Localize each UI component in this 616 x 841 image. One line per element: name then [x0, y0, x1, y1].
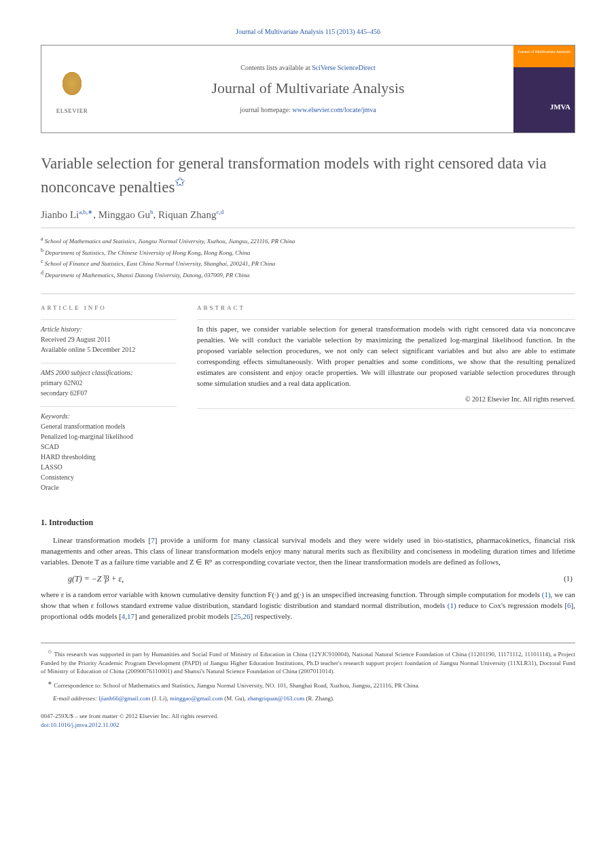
online-date: Available online 5 December 2012 [41, 344, 177, 355]
keyword-6: Consistency [41, 472, 177, 482]
article-info-heading: ARTICLE INFO [41, 304, 177, 312]
intro-p2-a: where ε is a random error variable with … [41, 590, 542, 598]
author-1-corr[interactable]: ∗ [88, 209, 93, 215]
affiliation-d: Department of Mathematics, Shanxi Datong… [45, 272, 249, 279]
issn-line: 0047-259X/$ – see front matter © 2012 El… [41, 712, 575, 721]
email-1-who: (J. Li), [150, 695, 170, 702]
affiliation-c: School of Finance and Statistics, East C… [45, 260, 276, 267]
info-abstract-row: ARTICLE INFO Article history: Received 2… [41, 293, 575, 501]
history-label: Article history: [41, 324, 177, 334]
author-3-aff[interactable]: c,d [216, 209, 223, 215]
elsevier-logo: ELSEVIER [41, 46, 103, 132]
keyword-2: Penalized log-marginal likelihood [41, 431, 177, 442]
article-history-block: Article history: Received 29 August 2011… [41, 319, 177, 355]
funding-note: This research was supported in part by H… [41, 651, 575, 675]
journal-header-box: ELSEVIER Contents lists available at Sci… [41, 45, 575, 133]
ref-25[interactable]: 25 [234, 612, 241, 620]
author-2-aff[interactable]: b [150, 209, 153, 215]
homepage-line: journal homepage: www.elsevier.com/locat… [240, 105, 376, 115]
journal-ref-link[interactable]: Journal of Multivariate Analysis 115 (20… [236, 28, 380, 35]
email-label: E-mail addresses: [53, 695, 97, 702]
journal-cover-thumbnail: Journal of Multivariate Analysis JMVA [513, 46, 575, 132]
ref-17[interactable]: 17 [127, 612, 134, 620]
article-title: Variable selection for general transform… [41, 154, 575, 197]
author-2: Minggao Gu [98, 209, 150, 220]
ams-secondary: secondary 62F07 [41, 388, 177, 398]
eq-ref-1a[interactable]: (1) [542, 590, 551, 598]
email-2[interactable]: minggao@gmail.com [170, 695, 223, 702]
abstract-heading: ABSTRACT [197, 304, 575, 312]
equation-1-number: (1) [564, 573, 575, 584]
received-date: Received 29 August 2011 [41, 334, 177, 344]
email-2-who: (M. Gu), [223, 695, 247, 702]
keyword-5: LASSO [41, 462, 177, 472]
keyword-4: HARD thresholding [41, 452, 177, 462]
footnotes: ✩ This research was supported in part by… [41, 643, 575, 702]
intro-p1-a: Linear transformation models [ [53, 536, 151, 544]
affiliations: a School of Mathematics and Statistics, … [41, 235, 575, 280]
homepage-prefix: journal homepage: [240, 106, 292, 113]
journal-reference: Journal of Multivariate Analysis 115 (20… [41, 27, 575, 37]
email-3-who: (R. Zhang). [304, 695, 334, 702]
ams-label: AMS 2000 subject classifications: [41, 368, 177, 378]
ref-4[interactable]: 4 [122, 612, 126, 620]
homepage-link[interactable]: www.elsevier.com/locate/jmva [293, 106, 376, 113]
journal-title: Journal of Multivariate Analysis [211, 78, 404, 99]
doi-label[interactable]: doi: [41, 721, 50, 728]
section-1-heading: 1. Introduction [41, 517, 575, 529]
corr-marker: ∗ [48, 680, 52, 686]
article-info-column: ARTICLE INFO Article history: Received 2… [41, 304, 177, 501]
contents-prefix: Contents lists available at [240, 64, 312, 71]
email-3[interactable]: zhangriquan@163.com [247, 695, 304, 702]
funding-marker: ✩ [48, 649, 52, 655]
author-1-aff[interactable]: a,b, [79, 209, 88, 215]
abstract-text: In this paper, we consider variable sele… [197, 319, 575, 389]
equation-1: g(T) = −Zᵀβ + ε, [68, 573, 564, 585]
abstract-copyright: © 2012 Elsevier Inc. All rights reserved… [197, 395, 575, 409]
ams-primary: primary 62N02 [41, 378, 177, 388]
sciencedirect-link[interactable]: SciVerse ScienceDirect [312, 64, 376, 71]
section-1-body: Linear transformation models [7] provide… [41, 535, 575, 568]
cover-abbrev: JMVA [550, 102, 570, 112]
author-1: Jianbo Li [41, 209, 79, 220]
title-text: Variable selection for general transform… [41, 155, 547, 196]
authors-line: Jianbo Lia,b,∗, Minggao Gub, Riquan Zhan… [41, 208, 575, 228]
keyword-1: General transformation models [41, 421, 177, 431]
cover-title: Journal of Multivariate Analysis [518, 50, 570, 54]
author-3: Riquan Zhang [158, 209, 216, 220]
intro-p2-c: reduce to Cox's regression models [ [456, 601, 567, 609]
affiliation-a: School of Mathematics and Statistics, Ji… [45, 238, 295, 245]
footer-block: 0047-259X/$ – see front matter © 2012 El… [41, 712, 575, 729]
email-1[interactable]: ljianb66@gmail.com [98, 695, 150, 702]
affiliation-b: Department of Statistics, The Chinese Un… [45, 249, 250, 256]
ams-block: AMS 2000 subject classifications: primar… [41, 363, 177, 398]
intro-p2-f: ] respectively. [251, 612, 293, 620]
header-center: Contents lists available at SciVerse Sci… [103, 46, 513, 132]
equation-1-row: g(T) = −Zᵀβ + ε, (1) [41, 573, 575, 585]
section-1-body-2: where ε is a random error variable with … [41, 590, 575, 622]
keyword-3: SCAD [41, 442, 177, 452]
abstract-column: ABSTRACT In this paper, we consider vari… [197, 304, 575, 501]
contents-line: Contents lists available at SciVerse Sci… [240, 63, 376, 73]
intro-p2-e: ] and generalized probit models [ [134, 612, 234, 620]
keyword-7: Oracle [41, 482, 177, 493]
keywords-block: Keywords: General transformation models … [41, 406, 177, 493]
elsevier-tree-icon [55, 63, 89, 104]
elsevier-label: ELSEVIER [56, 107, 88, 115]
doi-link[interactable]: 10.1016/j.jmva.2012.11.002 [50, 721, 119, 728]
keywords-label: Keywords: [41, 411, 177, 421]
title-footnote-marker: ✩ [175, 175, 185, 189]
correspondence-note: Correspondence to: School of Mathematics… [54, 682, 419, 689]
eq-ref-1b[interactable]: (1) [448, 601, 456, 609]
ref-26[interactable]: 26 [243, 612, 251, 620]
